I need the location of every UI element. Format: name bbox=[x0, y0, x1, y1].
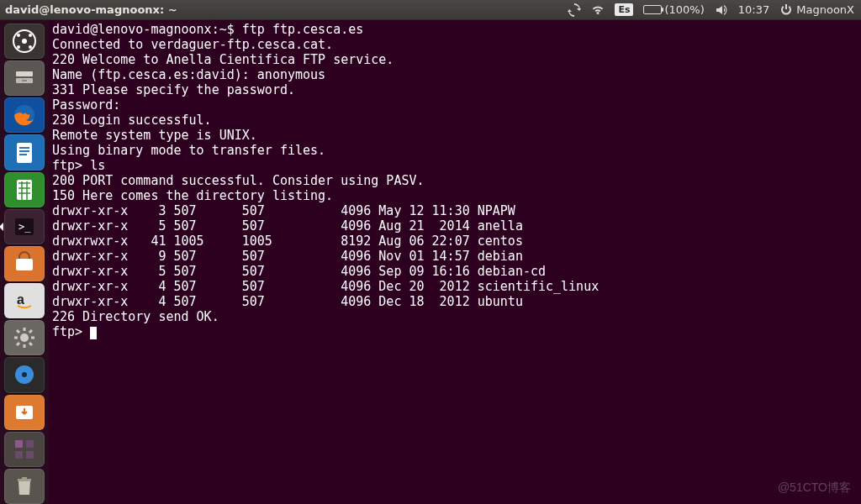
top-panel: david@lenovo-magnoonx: ~ Es (100%) 10:37… bbox=[0, 0, 861, 20]
svg-rect-25 bbox=[15, 451, 23, 459]
window-title: david@lenovo-magnoonx: ~ bbox=[5, 3, 177, 16]
launcher: >_a bbox=[0, 20, 49, 504]
svg-text:>_: >_ bbox=[18, 221, 31, 233]
terminal-window: david@lenovo-magnoonx:~$ ftp ftp.cesca.e… bbox=[49, 20, 861, 504]
svg-rect-23 bbox=[15, 440, 23, 448]
launcher-software-center[interactable] bbox=[4, 246, 45, 281]
terminal-body[interactable]: david@lenovo-magnoonx:~$ ftp ftp.cesca.e… bbox=[49, 20, 861, 504]
svg-rect-11 bbox=[19, 147, 29, 149]
launcher-libreoffice-writer[interactable] bbox=[4, 134, 45, 170]
clock-text: 10:37 bbox=[738, 3, 769, 16]
session-label: MagnoonX bbox=[796, 3, 854, 16]
svg-text:a: a bbox=[17, 292, 24, 307]
svg-point-1 bbox=[22, 39, 27, 44]
svg-point-3 bbox=[29, 34, 32, 37]
svg-point-19 bbox=[20, 333, 29, 342]
launcher-firefox[interactable] bbox=[4, 97, 45, 133]
launcher-amazon[interactable]: a bbox=[4, 283, 45, 318]
launcher-disk-utility[interactable] bbox=[4, 357, 45, 392]
launcher-libreoffice-calc[interactable] bbox=[4, 172, 45, 207]
svg-point-5 bbox=[29, 45, 32, 49]
launcher-trash[interactable] bbox=[4, 469, 45, 504]
battery-indicator[interactable]: (100%) bbox=[643, 3, 704, 16]
svg-rect-10 bbox=[17, 143, 32, 163]
svg-rect-26 bbox=[26, 451, 34, 459]
svg-rect-6 bbox=[16, 71, 33, 76]
keyboard-layout-label: Es bbox=[615, 3, 633, 16]
launcher-files[interactable] bbox=[4, 60, 45, 96]
svg-rect-28 bbox=[22, 477, 27, 479]
sync-icon[interactable] bbox=[568, 3, 581, 17]
svg-point-4 bbox=[17, 45, 20, 49]
svg-rect-13 bbox=[19, 154, 27, 155]
battery-icon bbox=[643, 5, 662, 14]
svg-point-21 bbox=[22, 372, 27, 377]
launcher-settings[interactable] bbox=[4, 320, 45, 355]
active-indicator-icon bbox=[0, 223, 3, 231]
battery-text: (100%) bbox=[664, 3, 704, 16]
keyboard-layout-indicator[interactable]: Es bbox=[615, 3, 633, 16]
wifi-icon[interactable] bbox=[591, 3, 605, 17]
svg-rect-24 bbox=[26, 440, 34, 448]
launcher-update-manager[interactable] bbox=[4, 395, 45, 430]
text-cursor bbox=[90, 327, 97, 339]
svg-rect-27 bbox=[18, 479, 31, 481]
indicator-area: Es (100%) 10:37 MagnoonX bbox=[568, 3, 854, 17]
launcher-dash[interactable] bbox=[4, 24, 45, 59]
launcher-terminal[interactable]: >_ bbox=[4, 209, 45, 244]
watermark: @51CTO博客 bbox=[778, 480, 851, 496]
clock-indicator[interactable]: 10:37 bbox=[738, 3, 769, 16]
svg-rect-17 bbox=[16, 259, 33, 270]
launcher-workspace-switcher[interactable] bbox=[4, 432, 45, 467]
svg-rect-12 bbox=[19, 150, 29, 152]
svg-rect-8 bbox=[22, 80, 27, 81]
svg-point-2 bbox=[17, 34, 20, 37]
session-menu[interactable]: MagnoonX bbox=[779, 3, 854, 17]
volume-icon[interactable] bbox=[715, 3, 728, 17]
